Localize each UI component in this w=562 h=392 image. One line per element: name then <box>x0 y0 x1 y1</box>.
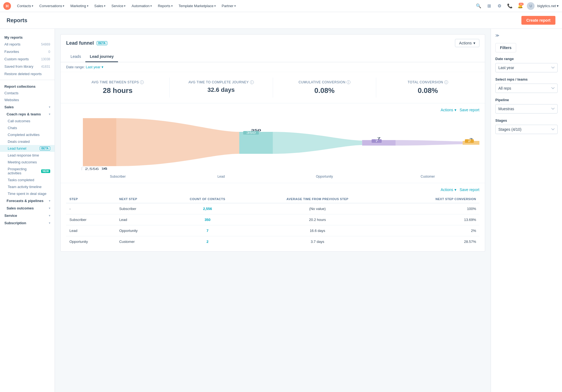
filter-pipeline-label: Pipeline <box>495 98 558 102</box>
lead-funnel-beta-badge: BETA <box>40 146 50 150</box>
report-header: Lead funnel BETA Actions ▾ <box>61 35 485 52</box>
info-icon-1[interactable]: i <box>250 80 254 84</box>
table-actions: Actions ▾ Save report <box>66 188 479 192</box>
hubspot-logo[interactable]: H <box>3 2 11 10</box>
chart-save-report-button[interactable]: Save report <box>460 108 479 112</box>
sidebar-item-tasks-completed[interactable]: Tasks completed <box>0 177 55 183</box>
sidebar-item-completed-activities[interactable]: Completed activities <box>0 131 55 138</box>
sidebar-item-time-spent-in-deal-stage[interactable]: Time spent in deal stage <box>0 190 55 197</box>
filter-tab[interactable]: Filters <box>495 43 516 52</box>
table-row: Opportunity Customer 2 3.7 days 28.57% <box>66 236 479 247</box>
metric-value-0: 28 hours <box>69 86 167 95</box>
sidebar-item-prospecting-activities[interactable]: Prospecting activities NEW <box>0 166 55 177</box>
nav-template-marketplace[interactable]: Template Marketplace▾ <box>176 0 218 12</box>
cell-count-1[interactable]: 350 <box>166 214 249 225</box>
sidebar-item-forecasts-pipelines[interactable]: Forecasts & pipelines▾ <box>0 197 55 204</box>
funnel-svg: 2,556 350 7 2 2,556 350 7 <box>66 115 479 170</box>
stage-label-lead: Lead <box>170 173 273 178</box>
table-row: Subscriber Lead 350 20.2 hours 13.69% <box>66 214 479 225</box>
cell-conversion-3: 28.57% <box>386 236 479 247</box>
sidebar-item-coach-reps-teams[interactable]: Coach reps & teams▾ <box>0 111 55 118</box>
search-icon[interactable]: 🔍 <box>475 2 482 10</box>
avatar[interactable]: U <box>527 2 535 10</box>
stage-label-opportunity: Opportunity <box>273 173 376 178</box>
sidebar-item-favorites[interactable]: Favorites 0 <box>0 48 55 55</box>
funnel-chart-section: Actions ▾ Save report <box>61 103 485 183</box>
filter-group-reps-teams: Select reps / teams All reps Specific re… <box>495 77 558 93</box>
sidebar-item-deals-created[interactable]: Deals created <box>0 138 55 145</box>
sidebar-item-subscription[interactable]: Subscription▾ <box>0 219 55 227</box>
phone-icon[interactable]: 📞 <box>506 2 514 10</box>
table-row: Lead Opportunity 7 16.6 days 2% <box>66 225 479 236</box>
nav-reports[interactable]: Reports▾ <box>156 0 175 12</box>
svg-rect-1 <box>239 132 273 154</box>
sidebar-item-call-outcomes[interactable]: Call outcomes <box>0 118 55 124</box>
table-save-report-button[interactable]: Save report <box>460 188 479 192</box>
cell-conversion-1: 13.69% <box>386 214 479 225</box>
nav-partner[interactable]: Partner▾ <box>220 0 238 12</box>
report-collections-title: Report collections <box>0 82 55 90</box>
filter-pipeline-select[interactable]: Muestras Default pipeline <box>495 104 558 113</box>
nav-service[interactable]: Service▾ <box>109 0 128 12</box>
col-count: COUNT OF CONTACTS <box>166 195 249 203</box>
sidebar-item-custom-reports[interactable]: Custom reports 13038 <box>0 55 55 63</box>
user-menu[interactable]: biglytics.net▾ <box>537 4 559 8</box>
cell-next-step-2: Opportunity <box>116 225 165 236</box>
cell-count-0[interactable]: 2,556 <box>166 203 249 214</box>
sidebar-item-websites[interactable]: Websites <box>0 96 55 103</box>
tab-leads[interactable]: Leads <box>66 52 85 62</box>
sidebar-item-sales[interactable]: Sales▾ <box>0 103 55 111</box>
nav-marketing[interactable]: Marketing▾ <box>68 0 90 12</box>
filter-date-range-select[interactable]: Last year This year Last 30 days Last 90… <box>495 63 558 72</box>
sidebar-item-lead-funnel[interactable]: Lead funnel BETA <box>0 145 55 152</box>
stage-label-customer: Customer <box>376 173 480 178</box>
page-header: Reports Create report <box>0 12 562 29</box>
nav-conversations[interactable]: Conversations▾ <box>37 0 66 12</box>
date-range-bar: Date range: Last year ▾ <box>61 62 485 72</box>
sidebar-item-restore-deleted[interactable]: Restore deleted reports <box>0 70 55 78</box>
info-icon-0[interactable]: i <box>140 80 144 84</box>
sidebar-item-saved-from-library[interactable]: Saved from library 41831 <box>0 63 55 70</box>
nav-automation[interactable]: Automation▾ <box>129 0 154 12</box>
metric-value-1: 32.6 days <box>172 86 270 93</box>
info-icon-3[interactable]: i <box>444 80 448 84</box>
sidebar-item-meeting-outcomes[interactable]: Meeting outcomes <box>0 159 55 166</box>
cell-count-3[interactable]: 2 <box>166 236 249 247</box>
create-report-button[interactable]: Create report <box>521 16 555 25</box>
filter-group-pipeline: Pipeline Muestras Default pipeline <box>495 98 558 113</box>
nav-sales[interactable]: Sales▾ <box>92 0 108 12</box>
report-title: Lead funnel BETA <box>66 40 107 46</box>
funnel-stage-labels: Subscriber Lead Opportunity Customer <box>66 173 479 178</box>
sidebar-item-service[interactable]: Service▾ <box>0 212 55 219</box>
sidebar-item-team-activity-timeline[interactable]: Team activity timeline <box>0 183 55 190</box>
settings-icon[interactable]: ⚙ <box>496 2 503 10</box>
metric-total-conversion: TOTAL CONVERSION i 0.08% <box>376 78 479 98</box>
report-actions-button[interactable]: Actions ▾ <box>455 39 479 47</box>
table-actions-button[interactable]: Actions ▾ <box>441 188 456 192</box>
sidebar-item-lead-response-time[interactable]: Lead response time <box>0 152 55 159</box>
cell-avg-time-2: 16.6 days <box>249 225 386 236</box>
filter-stages-select[interactable]: Stages (4/10) All stages <box>495 125 558 134</box>
page-title: Reports <box>7 17 27 24</box>
sidebar-item-contacts[interactable]: Contacts <box>0 90 55 96</box>
stage-label-subscriber: Subscriber <box>66 173 170 178</box>
cell-count-2[interactable]: 7 <box>166 225 249 236</box>
cell-conversion-0: 100% <box>386 203 479 214</box>
sidebar-item-all-reports[interactable]: All reports 54869 <box>0 41 55 48</box>
main-layout: My reports All reports 54869 Favorites 0… <box>0 29 562 392</box>
sidebar-item-sales-outcomes[interactable]: Sales outcomes▾ <box>0 204 55 212</box>
apps-icon[interactable]: ⊞ <box>485 2 493 10</box>
filter-reps-select[interactable]: All reps Specific reps Teams <box>495 84 558 93</box>
metric-avg-time-between-steps: AVG TIME BETWEEN STEPS i 28 hours <box>66 78 170 98</box>
nav-right: 🔍 ⊞ ⚙ 📞 🔔 14 U biglytics.net▾ <box>475 2 559 10</box>
tab-lead-journey[interactable]: Lead journey <box>85 52 118 62</box>
sidebar-item-chats[interactable]: Chats <box>0 124 55 131</box>
table-row: - Subscriber 2,556 (No value) 100% <box>66 203 479 214</box>
metric-value-3: 0.08% <box>379 86 477 95</box>
chart-actions-button[interactable]: Actions ▾ <box>441 108 456 112</box>
right-panel-toggle[interactable]: ≫ <box>495 33 502 40</box>
notifications-icon[interactable]: 🔔 14 <box>516 2 524 10</box>
date-range-link[interactable]: Last year ▾ <box>86 65 103 69</box>
nav-contacts[interactable]: Contacts▾ <box>15 0 35 12</box>
info-icon-2[interactable]: i <box>347 80 350 84</box>
